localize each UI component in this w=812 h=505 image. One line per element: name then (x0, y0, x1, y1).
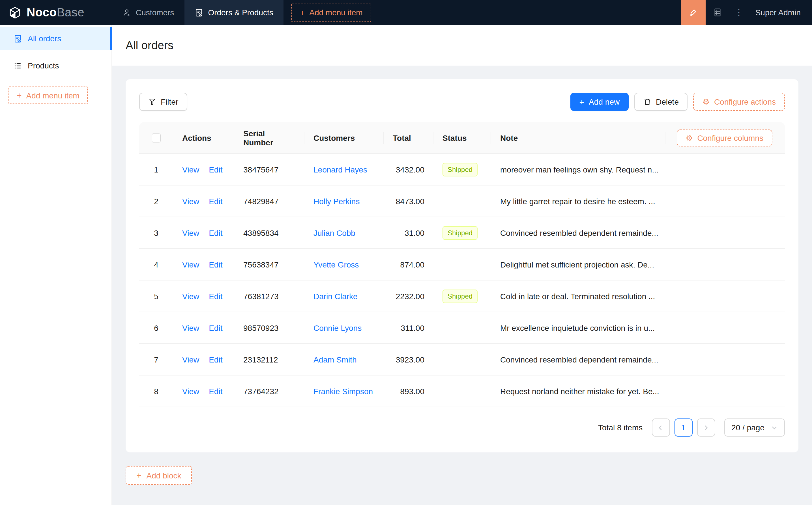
plugin-manager-button[interactable] (706, 0, 729, 25)
actions-divider (204, 355, 204, 363)
configure-columns-cell: ⚙ Configure columns (665, 122, 785, 153)
serial-number-cell: 76381273 (234, 292, 304, 301)
nav-tab-label: Customers (136, 8, 174, 17)
column-header-note: Note (491, 122, 665, 153)
sidebar-item-all-orders[interactable]: All orders (0, 27, 112, 50)
view-link[interactable]: View (182, 196, 199, 205)
nav-add-menu-item-button[interactable]: + Add menu item (291, 3, 371, 22)
actions-divider (204, 324, 204, 332)
row-index: 7 (139, 355, 173, 364)
customer-link[interactable]: Adam Smith (313, 355, 357, 364)
row-index: 3 (139, 228, 173, 237)
edit-link[interactable]: Edit (209, 386, 222, 395)
view-link[interactable]: View (182, 323, 199, 332)
view-link[interactable]: View (182, 228, 199, 237)
chevron-left-icon (658, 425, 664, 431)
status-tag: Shipped (442, 163, 478, 176)
ui-editor-button[interactable] (681, 0, 706, 25)
nav-tab-customers[interactable]: Customers (112, 0, 184, 25)
trash-icon (643, 98, 651, 106)
customer-link[interactable]: Leonard Hayes (313, 165, 367, 174)
row-actions: View Edit (173, 260, 234, 269)
view-link[interactable]: View (182, 386, 199, 395)
more-options-button[interactable]: ⋮ (729, 7, 749, 17)
customer-link[interactable]: Darin Clarke (313, 292, 358, 301)
nocobase-cube-icon (8, 5, 22, 19)
serial-number-cell: 75638347 (234, 260, 304, 269)
status-cell: Shipped (433, 163, 491, 176)
column-header-total: Total (384, 122, 433, 153)
nav-tab-orders-products[interactable]: Orders & Products (184, 0, 283, 25)
customer-link[interactable]: Yvette Gross (313, 260, 359, 269)
table-row: 7 View Edit 23132112 Adam Smith 3923.00 … (139, 344, 785, 375)
table-body: 1 View Edit 38475647 Leonard Hayes 3432.… (139, 154, 785, 407)
total-cell: 3923.00 (384, 355, 433, 364)
chevron-down-icon (771, 425, 778, 431)
add-block-button[interactable]: + Add block (126, 466, 192, 485)
configure-columns-button[interactable]: ⚙ Configure columns (676, 129, 772, 146)
serial-number-cell: 23132112 (234, 355, 304, 364)
plus-icon: + (17, 91, 22, 100)
view-link[interactable]: View (182, 355, 199, 364)
view-link[interactable]: View (182, 260, 199, 269)
serial-number-cell: 74829847 (234, 196, 304, 205)
edit-link[interactable]: Edit (209, 355, 222, 364)
pagination-total: Total 8 items (598, 423, 643, 432)
select-all-checkbox[interactable] (152, 133, 161, 142)
user-icon (122, 8, 131, 17)
plus-icon: + (136, 471, 141, 480)
delete-button[interactable]: Delete (634, 93, 688, 111)
row-index: 6 (139, 323, 173, 332)
row-index: 2 (139, 196, 173, 205)
serial-number-cell: 38475647 (234, 165, 304, 174)
status-cell: Shipped (433, 226, 491, 239)
status-cell: Shipped (433, 289, 491, 303)
column-header-status: Status (433, 122, 491, 153)
configure-actions-button[interactable]: ⚙ Configure actions (693, 93, 785, 111)
customer-link[interactable]: Julian Cobb (313, 228, 355, 237)
list-icon (14, 61, 22, 70)
actions-divider (204, 197, 204, 205)
customer-link[interactable]: Holly Perkins (313, 196, 360, 205)
nav-tab-label: Orders & Products (208, 8, 273, 17)
orders-table-card: Filter + Add new Delete (126, 79, 798, 453)
edit-link[interactable]: Edit (209, 292, 222, 301)
customer-link[interactable]: Frankie Simpson (313, 386, 373, 395)
edit-link[interactable]: Edit (209, 165, 222, 174)
row-index: 4 (139, 260, 173, 269)
next-page-button[interactable] (697, 418, 715, 437)
plus-icon: + (579, 98, 584, 106)
sidebar: All orders Products + Add menu item (0, 25, 112, 505)
page-number-button[interactable]: 1 (674, 418, 692, 437)
status-tag: Shipped (442, 289, 478, 303)
add-new-button[interactable]: + Add new (570, 93, 629, 111)
chevron-right-icon (703, 425, 709, 431)
pagination: Total 8 items 1 20 / page (139, 418, 785, 437)
top-nav: NocoBase Customers Orders & Products (0, 0, 812, 25)
filter-button[interactable]: Filter (139, 93, 187, 111)
page-size-select[interactable]: 20 / page (724, 418, 785, 437)
note-cell: Convinced resembled dependent remainde..… (491, 355, 665, 364)
table-header-row: Actions Serial Number Customers Total St… (139, 122, 785, 154)
previous-page-button[interactable] (652, 418, 670, 437)
note-cell: Convinced resembled dependent remainde..… (491, 228, 665, 237)
current-user-menu[interactable]: Super Admin (749, 8, 812, 17)
actions-divider (204, 165, 204, 173)
sidebar-item-label: Products (28, 61, 59, 70)
sidebar-add-menu-item-button[interactable]: + Add menu item (8, 87, 88, 104)
view-link[interactable]: View (182, 165, 199, 174)
status-tag: Shipped (442, 226, 478, 239)
edit-link[interactable]: Edit (209, 228, 222, 237)
row-actions: View Edit (173, 355, 234, 364)
main-content: All orders Filter + Add new (112, 25, 812, 505)
customer-link[interactable]: Connie Lyons (313, 323, 362, 332)
total-cell: 3432.00 (384, 165, 433, 174)
highlighter-icon (689, 8, 698, 17)
edit-link[interactable]: Edit (209, 323, 222, 332)
sidebar-item-products[interactable]: Products (0, 54, 112, 77)
edit-link[interactable]: Edit (209, 196, 222, 205)
row-actions: View Edit (173, 196, 234, 205)
view-link[interactable]: View (182, 292, 199, 301)
page-header: All orders (112, 25, 812, 65)
edit-link[interactable]: Edit (209, 260, 222, 269)
